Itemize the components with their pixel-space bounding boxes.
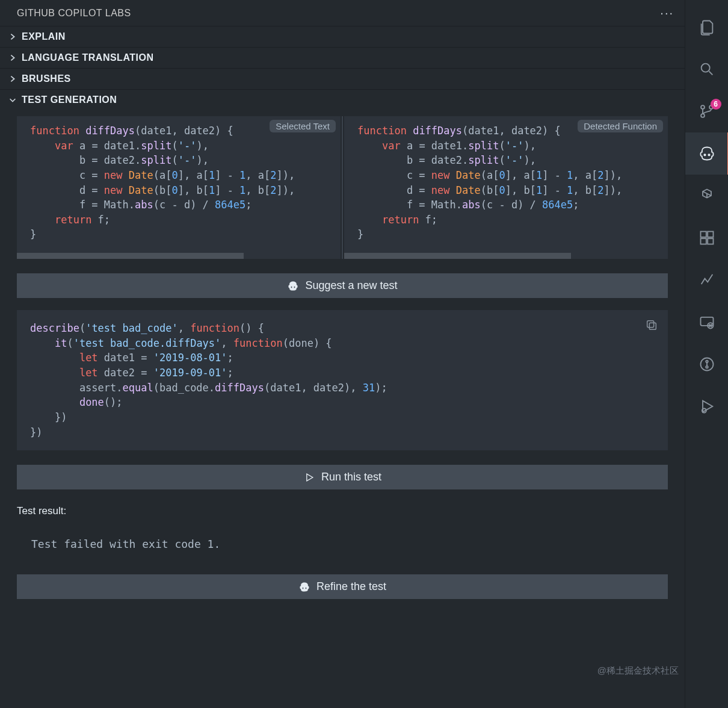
pane-divider[interactable] (342, 116, 343, 259)
section-label: TEST GENERATION (22, 95, 117, 105)
extensions-icon (699, 229, 715, 246)
sidebar-source-control[interactable]: 6 (685, 90, 729, 132)
pane-tag: Detected Function (578, 120, 663, 132)
svg-point-15 (706, 361, 708, 363)
refine-test-button[interactable]: Refine the test (17, 574, 668, 599)
sidebar-extensions[interactable] (685, 217, 729, 259)
chevron-right-icon (7, 73, 18, 84)
scrollbar-h-right[interactable] (344, 253, 668, 259)
watermark: @稀土掘金技术社区 (597, 665, 679, 677)
section-label: EXPLAIN (22, 31, 66, 42)
svg-rect-1 (647, 321, 654, 328)
chevron-right-icon (7, 31, 18, 42)
remote-icon (699, 314, 715, 331)
svg-point-6 (704, 154, 705, 155)
selected-text-pane: Selected Text function diffDays(date1, d… (17, 116, 341, 253)
section-explain[interactable]: EXPLAIN (0, 26, 685, 47)
test-result-text: Test failed with exit code 1. (31, 538, 668, 550)
scm-badge: 6 (711, 99, 721, 110)
openai-icon (699, 187, 715, 204)
svg-point-7 (708, 154, 709, 155)
code-left: function diffDays(date1, date2) { var a … (30, 123, 330, 242)
panel-title: GITHUB COPILOT LABS (17, 8, 131, 19)
files-icon (699, 19, 715, 36)
chevron-down-icon (7, 95, 18, 105)
sidebar-copilot[interactable] (685, 132, 729, 175)
svg-rect-10 (700, 238, 706, 244)
suggest-test-label: Suggest a new test (305, 279, 397, 292)
svg-rect-9 (708, 232, 713, 237)
section-brushes[interactable]: BRUSHES (0, 68, 685, 89)
pane-tag: Selected Text (270, 120, 336, 132)
graph-icon (699, 272, 715, 288)
sidebar-graph[interactable] (685, 259, 729, 301)
run-debug-icon (699, 398, 715, 415)
section-label: LANGUAGE TRANSLATION (22, 52, 153, 63)
sidebar-remote[interactable] (685, 301, 729, 343)
activity-bar: 6 (685, 0, 728, 708)
test-code: describe('test bad_code', function() { i… (30, 321, 655, 439)
copilot-icon (298, 581, 310, 593)
copy-icon[interactable] (645, 318, 658, 334)
scrollbar-h-left[interactable] (17, 253, 341, 259)
code-right: function diffDays(date1, date2) { var a … (357, 123, 657, 242)
sidebar-files[interactable] (685, 6, 729, 48)
section-label: BRUSHES (22, 73, 71, 84)
sidebar-git[interactable] (685, 343, 729, 385)
detected-function-pane: Detected Function function diffDays(date… (344, 116, 668, 253)
run-test-button[interactable]: Run this test (17, 465, 668, 489)
copilot-icon (287, 280, 299, 292)
suggest-test-button[interactable]: Suggest a new test (17, 273, 668, 298)
play-icon (303, 471, 315, 483)
run-test-label: Run this test (321, 471, 381, 483)
sidebar-search[interactable] (685, 48, 729, 90)
chevron-right-icon (7, 52, 18, 63)
svg-rect-11 (708, 238, 713, 244)
svg-point-3 (701, 105, 705, 109)
refine-test-label: Refine the test (316, 580, 386, 593)
search-icon (699, 61, 715, 78)
section-test-generation[interactable]: TEST GENERATION (0, 89, 685, 110)
svg-point-4 (701, 114, 705, 117)
section-language-translation[interactable]: LANGUAGE TRANSLATION (0, 47, 685, 68)
git-icon (699, 356, 715, 373)
svg-point-2 (701, 64, 709, 72)
svg-rect-8 (700, 232, 706, 237)
generated-test-pane: describe('test bad_code', function() { i… (17, 310, 668, 450)
svg-rect-0 (649, 323, 656, 329)
test-result-label: Test result: (17, 505, 668, 517)
sidebar-run-debug[interactable] (685, 385, 729, 427)
more-actions-icon[interactable]: ··· (660, 6, 674, 20)
sidebar-openai[interactable] (685, 175, 729, 217)
svg-point-16 (706, 366, 708, 368)
copilot-icon (699, 145, 715, 162)
